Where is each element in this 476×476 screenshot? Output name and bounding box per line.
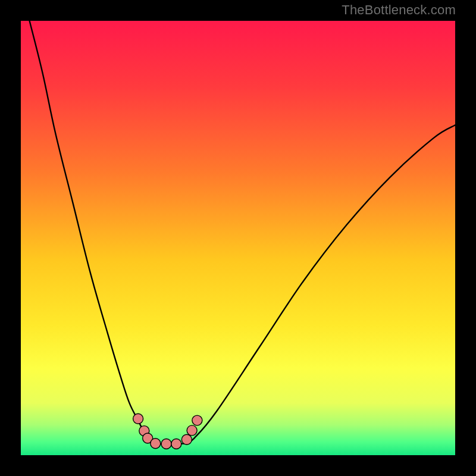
chart-frame: TheBottleneck.com: [0, 0, 476, 476]
curve-marker: [171, 439, 181, 449]
plot-area: [21, 21, 455, 455]
watermark-text: TheBottleneck.com: [342, 2, 456, 18]
curve-marker: [151, 439, 161, 449]
curve-marker: [187, 425, 197, 436]
curve-marker: [161, 439, 171, 449]
bottleneck-curve: [30, 21, 455, 444]
curve-marker: [133, 414, 143, 424]
curve-layer: [21, 21, 455, 455]
curve-marker: [181, 434, 192, 444]
curve-marker: [192, 415, 202, 425]
curve-markers: [133, 414, 202, 449]
